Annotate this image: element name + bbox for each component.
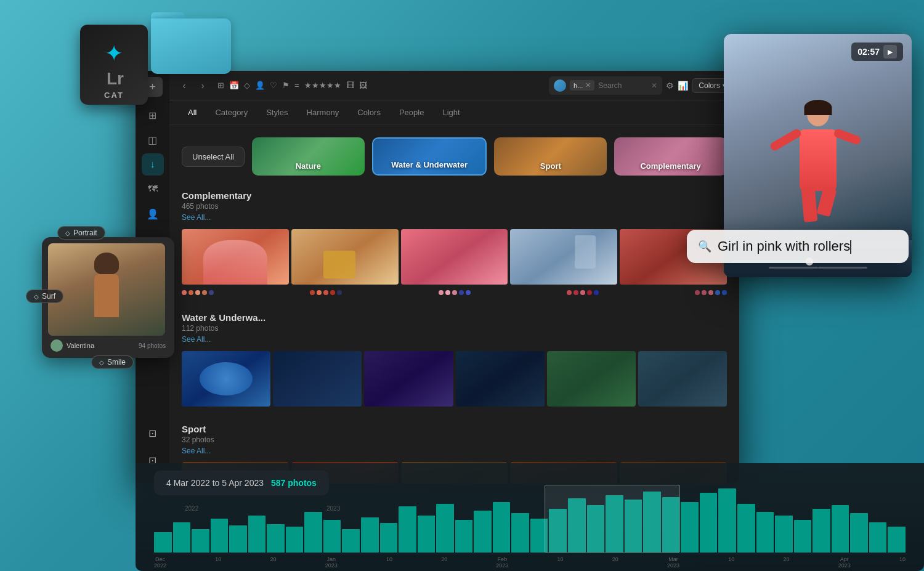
photo-person-jump[interactable] [510, 229, 617, 285]
section-complementary-see-all[interactable]: See All... [182, 213, 727, 222]
unselect-all-button[interactable]: Unselect All [182, 147, 245, 167]
color-dot [695, 290, 700, 295]
equals-icon[interactable]: = [294, 81, 299, 90]
flag-icon[interactable]: ⚑ [282, 81, 290, 90]
chart-bar [211, 519, 229, 553]
chart-bar [154, 532, 172, 553]
chart-container[interactable] [154, 485, 906, 553]
chart-bar [342, 529, 360, 553]
sidebar-item-people[interactable]: 👤 [142, 203, 164, 225]
lr-catalog-icon[interactable]: ✦ Lr CAT [80, 25, 148, 105]
color-dots-1 [182, 290, 214, 295]
portrait-tag[interactable]: ◇ Portrait [57, 226, 105, 240]
chart-label-jan: Jan2023 [325, 556, 338, 569]
person-icon[interactable]: 👤 [255, 81, 265, 90]
chart-bar [850, 513, 868, 553]
chip-complementary[interactable]: Complementary [614, 137, 727, 176]
search-overlay[interactable]: 🔍 Girl in pink with rollers [687, 230, 909, 263]
tab-harmony[interactable]: Harmony [298, 104, 348, 121]
chart-icon[interactable]: 📊 [678, 81, 688, 91]
tab-category[interactable]: Category [206, 104, 256, 121]
chip-complementary-label: Complementary [640, 161, 700, 171]
surf-tag[interactable]: Surf [26, 290, 63, 303]
photo-pink-wall[interactable] [401, 229, 508, 285]
smile-tag[interactable]: Smile [91, 355, 134, 369]
complementary-photo-row [182, 229, 727, 285]
chip-sport[interactable]: Sport [494, 137, 607, 176]
color-dot [310, 290, 315, 295]
tab-light[interactable]: Light [434, 104, 468, 121]
section-sport-title: Sport [182, 424, 727, 434]
tab-all[interactable]: All [179, 104, 205, 121]
color-dot [466, 290, 471, 295]
chart-selection[interactable] [545, 485, 680, 553]
nav-forward-button[interactable]: › [194, 77, 211, 94]
calendar-icon[interactable]: 📅 [229, 81, 239, 90]
search-tag-close-icon[interactable]: ✕ [585, 81, 591, 89]
photo-decor [575, 235, 596, 269]
star-rating-icon[interactable]: ★★★★★ [304, 81, 341, 90]
sidebar-item-export[interactable]: ⊡ [142, 422, 164, 444]
filter-icon[interactable]: ⚙ [666, 81, 674, 91]
woman-figure [85, 256, 128, 336]
video-dot-right [818, 267, 867, 269]
image-icon[interactable]: 🖼 [359, 81, 367, 90]
search-clear-icon[interactable]: ✕ [651, 81, 657, 90]
portrait-photo[interactable] [48, 243, 165, 336]
chart-label-20-3: 20 [612, 556, 618, 569]
section-sport-see-all[interactable]: See All... [182, 447, 727, 455]
folder-body [151, 18, 231, 74]
color-dot [452, 290, 457, 295]
sidebar-item-grid[interactable]: ⊞ [142, 104, 164, 126]
grid-icon[interactable]: ⊞ [217, 81, 224, 90]
section-water-title: Water & Underwa... [182, 312, 727, 323]
color-dot [337, 290, 342, 295]
tag-icon[interactable]: ◇ [244, 81, 250, 90]
chip-water[interactable]: Water & Underwater [372, 137, 487, 176]
heart-icon[interactable]: ♡ [270, 81, 277, 90]
photo-underwater-person[interactable] [273, 351, 362, 407]
chip-nature[interactable]: Nature [252, 137, 365, 176]
athlete-leg-left [801, 187, 817, 222]
tab-styles[interactable]: Styles [257, 104, 296, 121]
chart-bar [304, 512, 322, 553]
chart-bar [888, 527, 906, 553]
chart-labels: Dec2022 10 20 Jan2023 10 20 Feb2023 10 2… [154, 556, 906, 570]
woman-body [94, 274, 119, 317]
sidebar-item-import[interactable]: ↓ [142, 153, 164, 176]
photo-underwater-hand[interactable] [456, 351, 545, 407]
category-selector: Unselect All Nature Water & Underwater S… [182, 137, 727, 176]
color-dot [439, 290, 444, 295]
chip-water-label: Water & Underwater [391, 160, 468, 169]
photo-text-underwater[interactable] [638, 351, 727, 407]
photo-chair[interactable] [291, 229, 399, 285]
film-icon[interactable]: 🎞 [346, 81, 354, 90]
search-area[interactable]: h... ✕ ✕ [549, 76, 662, 95]
chart-label-20-4: 20 [783, 556, 789, 569]
search-tag[interactable]: h... ✕ [570, 80, 594, 91]
section-sport-header: Sport 32 photos See All... [182, 424, 727, 455]
color-dot [182, 290, 187, 295]
chart-bar [323, 520, 341, 553]
user-avatar [51, 339, 63, 352]
folder-icon[interactable] [151, 12, 231, 74]
sidebar-item-map[interactable]: 🗺 [142, 178, 164, 200]
nav-back-button[interactable]: ‹ [176, 77, 193, 94]
photo-jellyfish[interactable] [182, 351, 270, 407]
section-water-see-all[interactable]: See All... [182, 335, 727, 344]
tab-colors[interactable]: Colors [349, 104, 389, 121]
chart-label-10-4: 10 [728, 556, 734, 569]
sidebar-item-collections[interactable]: ◫ [142, 129, 164, 151]
tab-people[interactable]: People [391, 104, 432, 121]
photo-starfish[interactable] [547, 351, 636, 407]
video-play-icon[interactable]: ▶ [883, 45, 897, 59]
chart-bar [399, 506, 416, 553]
toolbar-icons: ⊞ 📅 ◇ 👤 ♡ ⚑ = ★★★★★ 🎞 🖼 [217, 81, 367, 90]
lr-badge: ✦ Lr CAT [80, 25, 148, 105]
search-input[interactable] [598, 81, 647, 90]
chart-bar [286, 527, 304, 553]
photo-pink-building[interactable] [182, 229, 289, 285]
color-dot [209, 290, 214, 295]
chart-bar [418, 516, 436, 553]
photo-purple-creature[interactable] [364, 351, 453, 407]
